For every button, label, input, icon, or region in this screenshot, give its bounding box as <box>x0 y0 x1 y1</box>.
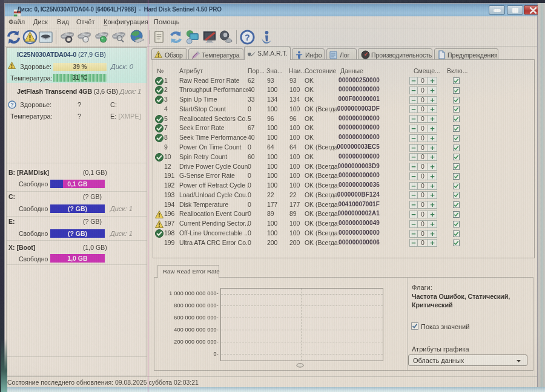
svg-text:?: ? <box>245 33 250 42</box>
